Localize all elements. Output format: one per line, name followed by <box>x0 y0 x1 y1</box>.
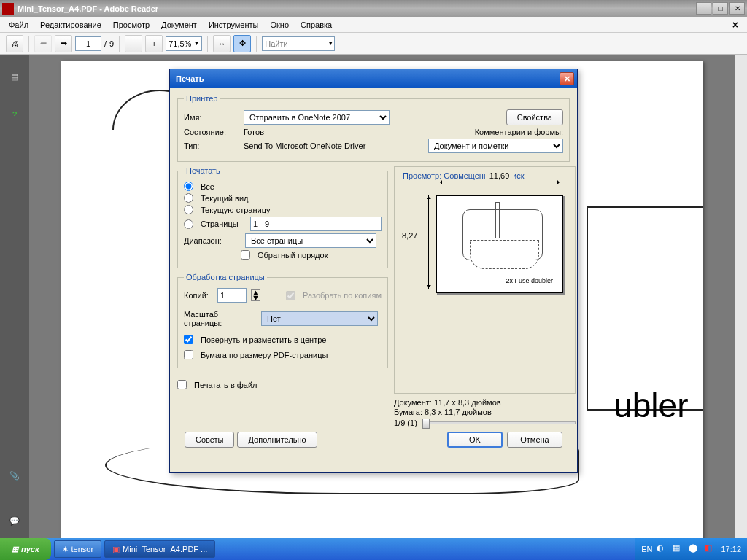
start-button[interactable]: ⊞пуск <box>0 538 51 560</box>
find-input[interactable] <box>262 36 335 51</box>
nav-sidebar: ▤ ? 📎 💬 <box>0 55 29 538</box>
menu-file[interactable]: Файл <box>4 19 33 31</box>
status-value: Готов <box>244 128 264 136</box>
tray-icon[interactable]: ◧ <box>705 543 716 555</box>
comments-icon[interactable]: 💬 <box>6 512 23 529</box>
range-current-radio[interactable] <box>184 205 193 214</box>
copies-down[interactable]: ▼ <box>252 295 260 300</box>
subset-label: Диапазон: <box>184 236 241 245</box>
printer-group: Принтер Имя: Отправить в OneNote 2007 Св… <box>177 94 570 162</box>
advanced-button[interactable]: Дополнительно <box>237 432 317 448</box>
restore-button[interactable]: □ <box>713 2 728 15</box>
help-panel-icon[interactable]: ? <box>6 106 23 123</box>
print-range-group: Печатать Все Текущий вид Текущую страниц… <box>177 166 388 268</box>
dialog-title: Печать <box>176 74 204 83</box>
system-tray: EN ◐ ▦ ⬤ ◧ 17:12 <box>635 538 747 560</box>
properties-button[interactable]: Свойства <box>506 109 563 125</box>
print-to-file-checkbox[interactable] <box>177 380 187 389</box>
preview-box: 11,69 8,27 2x Fuse doubler <box>421 195 563 293</box>
status-label: Состояние: <box>184 128 239 136</box>
close-button[interactable]: ✕ <box>729 2 745 15</box>
menu-view[interactable]: Просмотр <box>109 19 154 31</box>
tray-icon[interactable]: ⬤ <box>689 543 700 555</box>
scale-label: Масштаб страницы: <box>184 310 257 327</box>
dialog-close-icon[interactable]: ✕ <box>560 72 574 85</box>
window-title: Mini_Tensor_A4.PDF - Adobe Reader <box>18 4 694 13</box>
page-counter: 1/9 (1) <box>394 419 417 427</box>
menu-edit[interactable]: Редактирование <box>36 19 106 31</box>
app-icon <box>2 3 14 15</box>
page-text: ubler <box>614 386 688 425</box>
attachments-icon[interactable]: 📎 <box>6 467 23 484</box>
ok-button[interactable]: OK <box>447 432 503 448</box>
tray-icon[interactable]: ▦ <box>673 543 684 555</box>
print-icon[interactable]: 🖨 <box>6 35 23 52</box>
paper-by-pdf-checkbox[interactable] <box>184 350 193 359</box>
zoom-in-icon[interactable]: + <box>145 35 163 52</box>
printer-name-label: Имя: <box>184 113 239 122</box>
window-titlebar: Mini_Tensor_A4.PDF - Adobe Reader — □ ✕ <box>0 0 747 17</box>
menu-tools[interactable]: Инструменты <box>204 19 263 31</box>
clock[interactable]: 17:12 <box>721 545 741 553</box>
pages-panel-icon[interactable]: ▤ <box>6 68 23 85</box>
comments-select[interactable]: Документ и пометки <box>428 139 563 153</box>
taskbar: ⊞пуск ✶tensor ▣Mini_Tensor_A4.PDF ... EN… <box>0 538 747 560</box>
scale-select[interactable]: Нет <box>261 311 378 326</box>
menubar: Файл Редактирование Просмотр Документ Ин… <box>0 17 747 33</box>
zoom-combo[interactable]: 71,5%▼ <box>166 36 202 51</box>
menu-document[interactable]: Документ <box>157 19 201 31</box>
page-slider[interactable] <box>422 421 576 424</box>
type-value: Send To Microsoft OneNote Driver <box>244 141 365 150</box>
fit-width-icon[interactable]: ↔ <box>213 35 231 52</box>
preview-height: 8,27 <box>402 231 417 240</box>
dialog-titlebar: Печать ✕ <box>170 69 577 88</box>
vscrollbar[interactable] <box>735 55 747 538</box>
copies-input[interactable] <box>217 288 247 303</box>
toolbar: 🖨 ⬅ ➡ / 9 − + 71,5%▼ ↔ ✥ ▼ <box>0 33 747 55</box>
range-all-radio[interactable] <box>184 182 193 191</box>
range-view-radio[interactable] <box>184 193 193 203</box>
menu-help[interactable]: Справка <box>296 19 336 31</box>
print-dialog: Печать ✕ Принтер Имя: Отправить в OneNot… <box>169 69 578 473</box>
taskbar-item-pdf[interactable]: ▣Mini_Tensor_A4.PDF ... <box>104 540 215 558</box>
reverse-checkbox[interactable] <box>241 250 250 260</box>
doc-close-button[interactable]: × <box>728 19 743 31</box>
preview-group: Просмотр: Совмещенный оттиск 11,69 8,27 … <box>394 166 576 394</box>
rotate-checkbox[interactable] <box>184 335 193 344</box>
type-label: Тип: <box>184 141 239 150</box>
paper-size: Бумага: 8,3 x 11,7 дюймов <box>394 408 576 416</box>
prev-page-icon[interactable]: ⬅ <box>34 35 52 52</box>
fit-page-icon[interactable]: ✥ <box>233 35 251 52</box>
menu-window[interactable]: Окно <box>266 19 293 31</box>
subset-select[interactable]: Все страницы <box>245 233 376 248</box>
zoom-out-icon[interactable]: − <box>125 35 142 52</box>
lang-indicator[interactable]: EN <box>641 545 652 553</box>
minimize-button[interactable]: — <box>696 2 711 15</box>
preview-label: 2x Fuse doubler <box>506 277 553 284</box>
collate-checkbox <box>286 291 295 300</box>
comments-label: Комментарии и формы: <box>475 128 563 136</box>
page-handling-group: Обработка страницы Копий: ▲▼ Разобрать п… <box>177 273 388 368</box>
page-sep: / <box>104 39 107 48</box>
copies-label: Копий: <box>184 291 213 300</box>
taskbar-item-tensor[interactable]: ✶tensor <box>54 540 102 558</box>
page-total: 9 <box>109 39 114 48</box>
doc-size: Документ: 11,7 x 8,3 дюймов <box>394 398 576 407</box>
next-page-icon[interactable]: ➡ <box>55 35 72 52</box>
preview-width: 11,69 <box>485 171 514 180</box>
pages-input[interactable] <box>250 217 382 231</box>
cancel-button[interactable]: Отмена <box>507 432 562 448</box>
page-input[interactable] <box>75 36 101 51</box>
tips-button[interactable]: Советы <box>185 432 234 448</box>
printer-select[interactable]: Отправить в OneNote 2007 <box>244 110 390 125</box>
tray-icon[interactable]: ◐ <box>657 543 668 555</box>
range-pages-radio[interactable] <box>184 219 193 229</box>
